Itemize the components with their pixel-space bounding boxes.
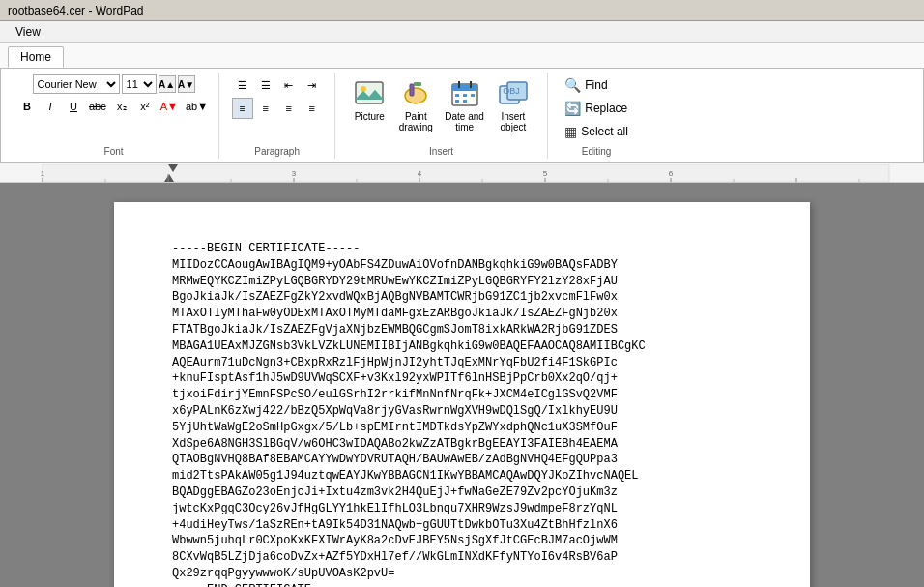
svg-rect-10 [463, 94, 467, 97]
ribbon-tabs: Home [8, 46, 916, 68]
align-justify-btn[interactable]: ≡ [302, 98, 323, 119]
paragraph-group-label: Paragraph [254, 142, 300, 157]
find-btn[interactable]: 🔍 Find [561, 74, 632, 96]
title-bar: rootbase64.cer - WordPad [0, 0, 924, 21]
insert-paint-label: Paintdrawing [399, 111, 433, 132]
font-group: Courier New 11 A▲ A▼ B I U abc x₂ x² A▼ … [9, 73, 219, 159]
superscript-btn[interactable]: x² [134, 96, 156, 117]
align-left-btn[interactable]: ≡ [232, 98, 253, 119]
insert-picture-label: Picture [355, 111, 385, 122]
align-right-btn[interactable]: ≡ [278, 98, 300, 119]
svg-rect-13 [463, 100, 467, 103]
object-icon: OBJ [496, 76, 531, 111]
bold-btn[interactable]: B [16, 96, 38, 117]
select-all-btn[interactable]: ▦ Select all [561, 121, 632, 142]
find-label: Find [585, 78, 607, 92]
font-shrink-btn[interactable]: A▼ [178, 75, 195, 93]
svg-rect-11 [471, 94, 475, 97]
editing-group-label: Editing [582, 142, 612, 157]
svg-rect-9 [455, 94, 459, 97]
insert-picture-btn[interactable]: Picture [348, 74, 390, 124]
svg-rect-0 [356, 82, 383, 103]
insert-group-label: Insert [429, 142, 453, 157]
font-color-btn[interactable]: A▼ [158, 96, 181, 117]
title-bar-text: rootbase64.cer - WordPad [8, 4, 144, 17]
svg-text:3: 3 [292, 169, 297, 178]
svg-rect-6 [452, 84, 477, 91]
select-all-icon: ▦ [564, 124, 577, 139]
underline-btn[interactable]: U [63, 96, 84, 117]
svg-text:6: 6 [669, 169, 674, 178]
svg-text:OBJ: OBJ [503, 86, 520, 96]
ruler-inner: 1 3 4 5 6 [4, 163, 924, 182]
editing-group: 🔍 Find 🔄 Replace ▦ Select all Editing [548, 73, 645, 159]
insert-object-label: Insertobject [501, 111, 527, 132]
ribbon-content: Courier New 11 A▲ A▼ B I U abc x₂ x² A▼ … [0, 69, 924, 163]
italic-btn[interactable]: I [40, 96, 61, 117]
doc-page[interactable]: -----BEGIN CERTIFICATE----- MIIDozCCAoug… [114, 202, 810, 587]
paint-icon [398, 76, 433, 111]
align-center-btn[interactable]: ≡ [255, 98, 276, 119]
insert-date-label: Date andtime [445, 111, 484, 132]
doc-area: -----BEGIN CERTIFICATE----- MIIDozCCAoug… [0, 183, 924, 587]
font-grow-btn[interactable]: A▲ [159, 75, 176, 93]
list-number-btn[interactable]: ☰ [255, 74, 276, 96]
insert-paint-btn[interactable]: Paintdrawing [394, 74, 437, 134]
svg-rect-4 [414, 82, 421, 86]
insert-object-btn[interactable]: OBJ Insertobject [492, 74, 534, 134]
subscript-btn[interactable]: x₂ [111, 96, 132, 117]
font-name-select[interactable]: Courier New [33, 74, 120, 94]
font-size-select[interactable]: 11 [122, 74, 157, 94]
menu-bar: View [0, 21, 924, 43]
replace-btn[interactable]: 🔄 Replace [561, 98, 632, 119]
date-icon [448, 76, 482, 111]
replace-icon: 🔄 [564, 101, 581, 116]
svg-rect-3 [410, 84, 414, 96]
svg-rect-12 [455, 100, 459, 103]
strikethrough-btn[interactable]: abc [86, 96, 109, 117]
insert-date-btn[interactable]: Date andtime [441, 74, 488, 134]
svg-text:5: 5 [543, 169, 548, 178]
replace-label: Replace [585, 102, 627, 115]
find-icon: 🔍 [564, 77, 581, 93]
font-group-label: Font [104, 142, 124, 157]
svg-text:4: 4 [418, 169, 422, 178]
indent-increase-btn[interactable]: ⇥ [302, 74, 323, 96]
paragraph-group: ☰ ☰ ⇤ ⇥ ≡ ≡ ≡ ≡ Paragraph [219, 73, 335, 159]
picture-icon [352, 76, 387, 111]
indent-decrease-btn[interactable]: ⇤ [278, 74, 300, 96]
insert-items: Picture Paintdrawing [348, 74, 534, 134]
insert-group: Picture Paintdrawing [335, 73, 548, 159]
svg-text:1: 1 [41, 169, 45, 178]
highlight-btn[interactable]: ab▼ [183, 96, 211, 117]
list-bullet-btn[interactable]: ☰ [232, 74, 253, 96]
svg-point-2 [405, 88, 426, 103]
menu-view[interactable]: View [8, 23, 48, 41]
ribbon: Home [0, 43, 924, 69]
ruler: 1 3 4 5 6 [0, 163, 924, 183]
select-all-label: Select all [581, 125, 628, 138]
tab-home[interactable]: Home [8, 46, 64, 68]
doc-content[interactable]: -----BEGIN CERTIFICATE----- MIIDozCCAoug… [172, 241, 752, 587]
